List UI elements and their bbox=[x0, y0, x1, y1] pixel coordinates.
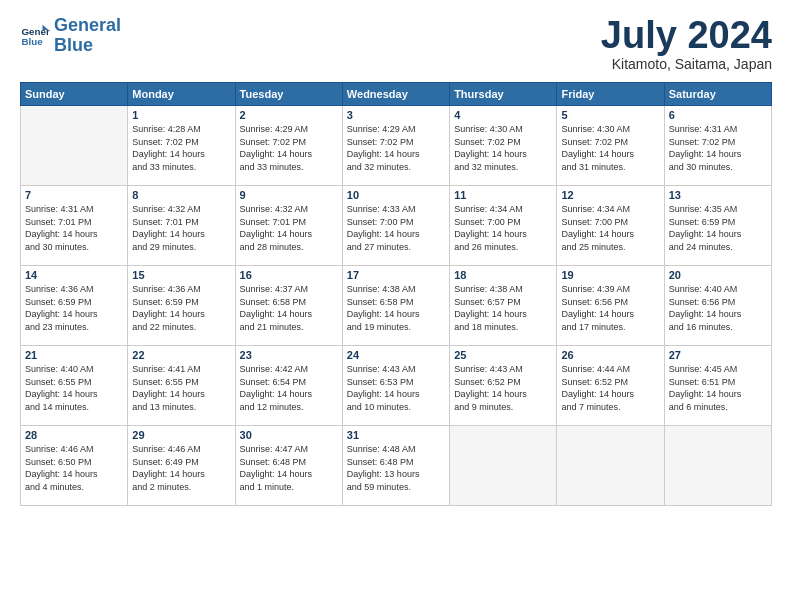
calendar-cell: 17Sunrise: 4:38 AM Sunset: 6:58 PM Dayli… bbox=[342, 266, 449, 346]
day-info: Sunrise: 4:44 AM Sunset: 6:52 PM Dayligh… bbox=[561, 363, 659, 413]
day-number: 10 bbox=[347, 189, 445, 201]
day-info: Sunrise: 4:39 AM Sunset: 6:56 PM Dayligh… bbox=[561, 283, 659, 333]
calendar-cell: 2Sunrise: 4:29 AM Sunset: 7:02 PM Daylig… bbox=[235, 106, 342, 186]
calendar-cell bbox=[450, 426, 557, 506]
day-info: Sunrise: 4:36 AM Sunset: 6:59 PM Dayligh… bbox=[132, 283, 230, 333]
calendar-cell: 9Sunrise: 4:32 AM Sunset: 7:01 PM Daylig… bbox=[235, 186, 342, 266]
calendar-cell bbox=[21, 106, 128, 186]
calendar-cell: 20Sunrise: 4:40 AM Sunset: 6:56 PM Dayli… bbox=[664, 266, 771, 346]
col-header-saturday: Saturday bbox=[664, 83, 771, 106]
day-number: 31 bbox=[347, 429, 445, 441]
calendar-cell: 14Sunrise: 4:36 AM Sunset: 6:59 PM Dayli… bbox=[21, 266, 128, 346]
logo: General Blue General Blue bbox=[20, 16, 121, 56]
day-number: 4 bbox=[454, 109, 552, 121]
day-info: Sunrise: 4:41 AM Sunset: 6:55 PM Dayligh… bbox=[132, 363, 230, 413]
day-number: 24 bbox=[347, 349, 445, 361]
day-number: 23 bbox=[240, 349, 338, 361]
day-number: 6 bbox=[669, 109, 767, 121]
week-row-4: 21Sunrise: 4:40 AM Sunset: 6:55 PM Dayli… bbox=[21, 346, 772, 426]
logo-text: General Blue bbox=[54, 16, 121, 56]
calendar-cell: 30Sunrise: 4:47 AM Sunset: 6:48 PM Dayli… bbox=[235, 426, 342, 506]
day-number: 7 bbox=[25, 189, 123, 201]
day-number: 9 bbox=[240, 189, 338, 201]
day-info: Sunrise: 4:29 AM Sunset: 7:02 PM Dayligh… bbox=[347, 123, 445, 173]
col-header-wednesday: Wednesday bbox=[342, 83, 449, 106]
col-header-tuesday: Tuesday bbox=[235, 83, 342, 106]
day-info: Sunrise: 4:48 AM Sunset: 6:48 PM Dayligh… bbox=[347, 443, 445, 493]
day-number: 11 bbox=[454, 189, 552, 201]
day-number: 13 bbox=[669, 189, 767, 201]
day-info: Sunrise: 4:38 AM Sunset: 6:57 PM Dayligh… bbox=[454, 283, 552, 333]
svg-text:Blue: Blue bbox=[22, 36, 44, 47]
calendar-cell: 25Sunrise: 4:43 AM Sunset: 6:52 PM Dayli… bbox=[450, 346, 557, 426]
calendar-cell: 5Sunrise: 4:30 AM Sunset: 7:02 PM Daylig… bbox=[557, 106, 664, 186]
col-header-thursday: Thursday bbox=[450, 83, 557, 106]
title-block: July 2024 Kitamoto, Saitama, Japan bbox=[601, 16, 772, 72]
day-number: 29 bbox=[132, 429, 230, 441]
day-info: Sunrise: 4:37 AM Sunset: 6:58 PM Dayligh… bbox=[240, 283, 338, 333]
calendar-cell: 22Sunrise: 4:41 AM Sunset: 6:55 PM Dayli… bbox=[128, 346, 235, 426]
day-number: 22 bbox=[132, 349, 230, 361]
day-info: Sunrise: 4:38 AM Sunset: 6:58 PM Dayligh… bbox=[347, 283, 445, 333]
calendar-cell: 7Sunrise: 4:31 AM Sunset: 7:01 PM Daylig… bbox=[21, 186, 128, 266]
logo-line2: Blue bbox=[54, 35, 93, 55]
calendar-cell: 23Sunrise: 4:42 AM Sunset: 6:54 PM Dayli… bbox=[235, 346, 342, 426]
day-info: Sunrise: 4:28 AM Sunset: 7:02 PM Dayligh… bbox=[132, 123, 230, 173]
day-number: 12 bbox=[561, 189, 659, 201]
calendar-cell: 4Sunrise: 4:30 AM Sunset: 7:02 PM Daylig… bbox=[450, 106, 557, 186]
day-number: 16 bbox=[240, 269, 338, 281]
col-header-monday: Monday bbox=[128, 83, 235, 106]
day-info: Sunrise: 4:31 AM Sunset: 7:01 PM Dayligh… bbox=[25, 203, 123, 253]
day-info: Sunrise: 4:42 AM Sunset: 6:54 PM Dayligh… bbox=[240, 363, 338, 413]
day-info: Sunrise: 4:35 AM Sunset: 6:59 PM Dayligh… bbox=[669, 203, 767, 253]
col-header-friday: Friday bbox=[557, 83, 664, 106]
calendar-cell: 10Sunrise: 4:33 AM Sunset: 7:00 PM Dayli… bbox=[342, 186, 449, 266]
day-info: Sunrise: 4:36 AM Sunset: 6:59 PM Dayligh… bbox=[25, 283, 123, 333]
calendar-cell: 24Sunrise: 4:43 AM Sunset: 6:53 PM Dayli… bbox=[342, 346, 449, 426]
day-info: Sunrise: 4:29 AM Sunset: 7:02 PM Dayligh… bbox=[240, 123, 338, 173]
calendar-cell bbox=[664, 426, 771, 506]
day-info: Sunrise: 4:46 AM Sunset: 6:50 PM Dayligh… bbox=[25, 443, 123, 493]
week-row-1: 1Sunrise: 4:28 AM Sunset: 7:02 PM Daylig… bbox=[21, 106, 772, 186]
day-number: 15 bbox=[132, 269, 230, 281]
day-info: Sunrise: 4:43 AM Sunset: 6:53 PM Dayligh… bbox=[347, 363, 445, 413]
calendar-cell: 1Sunrise: 4:28 AM Sunset: 7:02 PM Daylig… bbox=[128, 106, 235, 186]
day-number: 2 bbox=[240, 109, 338, 121]
day-info: Sunrise: 4:34 AM Sunset: 7:00 PM Dayligh… bbox=[561, 203, 659, 253]
day-number: 3 bbox=[347, 109, 445, 121]
day-number: 5 bbox=[561, 109, 659, 121]
day-number: 28 bbox=[25, 429, 123, 441]
page: General Blue General Blue July 2024 Kita… bbox=[0, 0, 792, 516]
day-info: Sunrise: 4:31 AM Sunset: 7:02 PM Dayligh… bbox=[669, 123, 767, 173]
week-row-3: 14Sunrise: 4:36 AM Sunset: 6:59 PM Dayli… bbox=[21, 266, 772, 346]
calendar-cell: 26Sunrise: 4:44 AM Sunset: 6:52 PM Dayli… bbox=[557, 346, 664, 426]
day-info: Sunrise: 4:30 AM Sunset: 7:02 PM Dayligh… bbox=[454, 123, 552, 173]
day-number: 17 bbox=[347, 269, 445, 281]
day-number: 27 bbox=[669, 349, 767, 361]
calendar-cell: 28Sunrise: 4:46 AM Sunset: 6:50 PM Dayli… bbox=[21, 426, 128, 506]
day-number: 30 bbox=[240, 429, 338, 441]
header: General Blue General Blue July 2024 Kita… bbox=[20, 16, 772, 72]
day-number: 18 bbox=[454, 269, 552, 281]
calendar-cell: 12Sunrise: 4:34 AM Sunset: 7:00 PM Dayli… bbox=[557, 186, 664, 266]
week-row-5: 28Sunrise: 4:46 AM Sunset: 6:50 PM Dayli… bbox=[21, 426, 772, 506]
day-info: Sunrise: 4:33 AM Sunset: 7:00 PM Dayligh… bbox=[347, 203, 445, 253]
calendar-cell: 13Sunrise: 4:35 AM Sunset: 6:59 PM Dayli… bbox=[664, 186, 771, 266]
day-info: Sunrise: 4:30 AM Sunset: 7:02 PM Dayligh… bbox=[561, 123, 659, 173]
calendar-cell: 18Sunrise: 4:38 AM Sunset: 6:57 PM Dayli… bbox=[450, 266, 557, 346]
calendar-cell bbox=[557, 426, 664, 506]
calendar-table: SundayMondayTuesdayWednesdayThursdayFrid… bbox=[20, 82, 772, 506]
header-row: SundayMondayTuesdayWednesdayThursdayFrid… bbox=[21, 83, 772, 106]
day-number: 14 bbox=[25, 269, 123, 281]
calendar-cell: 29Sunrise: 4:46 AM Sunset: 6:49 PM Dayli… bbox=[128, 426, 235, 506]
day-info: Sunrise: 4:40 AM Sunset: 6:56 PM Dayligh… bbox=[669, 283, 767, 333]
day-info: Sunrise: 4:32 AM Sunset: 7:01 PM Dayligh… bbox=[132, 203, 230, 253]
week-row-2: 7Sunrise: 4:31 AM Sunset: 7:01 PM Daylig… bbox=[21, 186, 772, 266]
logo-icon: General Blue bbox=[20, 21, 50, 51]
calendar-cell: 19Sunrise: 4:39 AM Sunset: 6:56 PM Dayli… bbox=[557, 266, 664, 346]
day-info: Sunrise: 4:47 AM Sunset: 6:48 PM Dayligh… bbox=[240, 443, 338, 493]
location-subtitle: Kitamoto, Saitama, Japan bbox=[601, 56, 772, 72]
calendar-cell: 27Sunrise: 4:45 AM Sunset: 6:51 PM Dayli… bbox=[664, 346, 771, 426]
calendar-cell: 16Sunrise: 4:37 AM Sunset: 6:58 PM Dayli… bbox=[235, 266, 342, 346]
day-info: Sunrise: 4:32 AM Sunset: 7:01 PM Dayligh… bbox=[240, 203, 338, 253]
